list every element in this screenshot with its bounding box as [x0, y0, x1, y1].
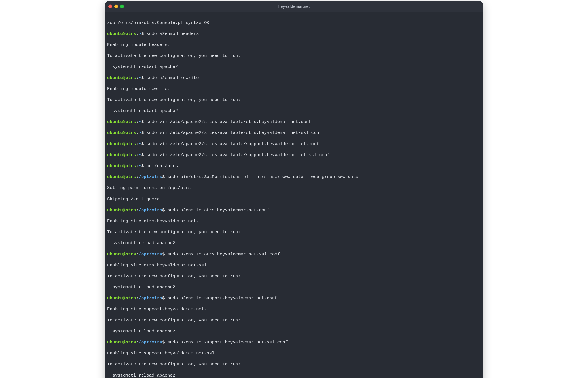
maximize-icon[interactable]	[120, 5, 124, 8]
command-text: sudo a2ensite otrs.heyvaldemar.net-ssl.c…	[167, 252, 280, 257]
prompt-line: ubuntu@otrs:~$ sudo vim /etc/apache2/sit…	[107, 152, 481, 158]
prompt-line: ubuntu@otrs:~$ sudo a2enmod headers	[107, 31, 481, 37]
command-text: sudo bin/otrs.SetPermissions.pl --otrs-u…	[167, 174, 358, 179]
command-text: sudo a2enmod headers	[147, 31, 199, 36]
prompt-line: ubuntu@otrs:/opt/otrs$ sudo a2ensite sup…	[107, 340, 481, 345]
output-line: Enabling site support.heyvaldemar.net.	[107, 307, 481, 312]
output-line: Enabling site support.heyvaldemar.net-ss…	[107, 351, 481, 356]
terminal-body[interactable]: /opt/otrs/bin/otrs.Console.pl syntax OK …	[105, 12, 483, 378]
command-text: sudo vim /etc/apache2/sites-available/su…	[147, 152, 330, 158]
output-line: To activate the new configuration, you n…	[107, 362, 481, 367]
output-line: To activate the new configuration, you n…	[107, 230, 481, 235]
prompt-line: ubuntu@otrs:~$ cd /opt/otrs	[107, 163, 481, 169]
output-line: To activate the new configuration, you n…	[107, 97, 481, 103]
prompt-line: ubuntu@otrs:~$ sudo vim /etc/apache2/sit…	[107, 130, 481, 136]
output-line: systemctl restart apache2	[107, 64, 481, 70]
command-text: sudo a2ensite support.heyvaldemar.net-ss…	[167, 340, 288, 345]
window-controls	[108, 5, 124, 8]
output-line: To activate the new configuration, you n…	[107, 53, 481, 59]
output-line: systemctl reload apache2	[107, 373, 481, 378]
output-line: Enabling site otrs.heyvaldemar.net.	[107, 219, 481, 224]
minimize-icon[interactable]	[114, 5, 118, 8]
command-text: sudo vim /etc/apache2/sites-available/ot…	[147, 130, 322, 135]
window-title: heyvaldemar.net	[105, 4, 483, 9]
prompt-line: ubuntu@otrs:~$ sudo a2enmod rewrite	[107, 75, 481, 81]
output-line: systemctl reload apache2	[107, 329, 481, 334]
output-line: systemctl reload apache2	[107, 285, 481, 290]
command-text: cd /opt/otrs	[147, 163, 178, 168]
output-line: Enabling module headers.	[107, 42, 481, 48]
output-line: To activate the new configuration, you n…	[107, 274, 481, 279]
command-text: sudo vim /etc/apache2/sites-available/su…	[147, 141, 319, 147]
command-text: sudo a2enmod rewrite	[147, 75, 199, 80]
output-line: /opt/otrs/bin/otrs.Console.pl syntax OK	[107, 20, 481, 26]
terminal-window: heyvaldemar.net /opt/otrs/bin/otrs.Conso…	[105, 1, 483, 378]
prompt-line: ubuntu@otrs:/opt/otrs$ sudo bin/otrs.Set…	[107, 174, 481, 180]
prompt-line: ubuntu@otrs:/opt/otrs$ sudo a2ensite otr…	[107, 208, 481, 213]
close-icon[interactable]	[108, 5, 112, 8]
command-text: sudo vim /etc/apache2/sites-available/ot…	[147, 119, 311, 124]
prompt-line: ubuntu@otrs:~$ sudo vim /etc/apache2/sit…	[107, 141, 481, 147]
output-line: systemctl reload apache2	[107, 240, 481, 246]
command-text: sudo a2ensite otrs.heyvaldemar.net.conf	[167, 208, 270, 213]
output-line: Skipping /.gitignore	[107, 197, 481, 202]
output-line: To activate the new configuration, you n…	[107, 318, 481, 323]
prompt-line: ubuntu@otrs:/opt/otrs$ sudo a2ensite sup…	[107, 296, 481, 301]
output-line: Enabling site otrs.heyvaldemar.net-ssl.	[107, 263, 481, 268]
command-text: sudo a2ensite support.heyvaldemar.net.co…	[167, 296, 277, 301]
output-line: Enabling module rewrite.	[107, 86, 481, 92]
titlebar: heyvaldemar.net	[105, 1, 483, 12]
output-line: Setting permissions on /opt/otrs	[107, 185, 481, 191]
prompt-line: ubuntu@otrs:~$ sudo vim /etc/apache2/sit…	[107, 119, 481, 125]
output-line: systemctl restart apache2	[107, 108, 481, 114]
prompt-line: ubuntu@otrs:/opt/otrs$ sudo a2ensite otr…	[107, 252, 481, 257]
